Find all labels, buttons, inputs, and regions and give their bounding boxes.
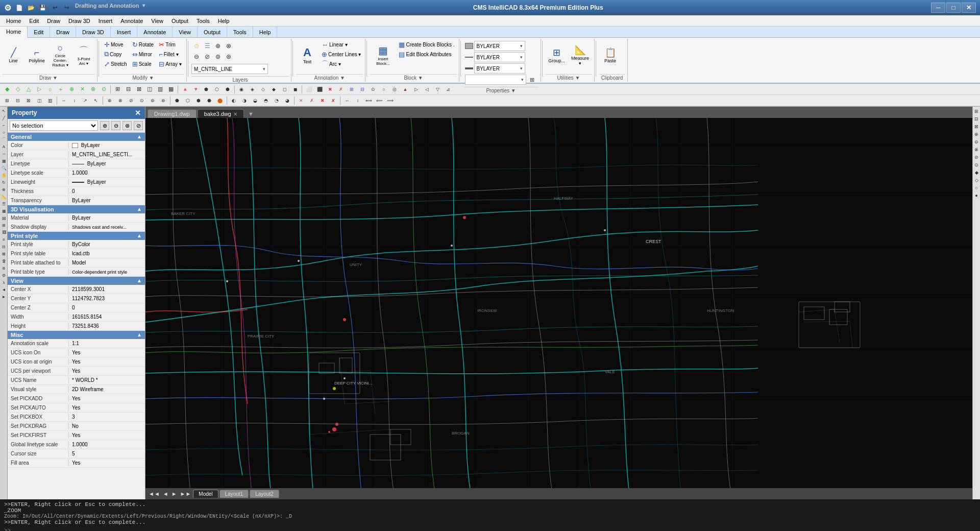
menu-annotate[interactable]: Annotate — [116, 17, 147, 25]
tb2-18[interactable]: ⬢ — [193, 95, 204, 106]
tb2-9[interactable]: ↖ — [91, 95, 101, 106]
group-btn[interactable]: ⊞ Group... — [546, 40, 568, 70]
modify-copy-btn[interactable]: ⧉ Copy — [102, 50, 129, 59]
tb2-15[interactable]: ⊛ — [158, 95, 168, 106]
layer-btn8[interactable]: ⊛ — [224, 52, 234, 62]
layer-btn3[interactable]: ⊕ — [213, 41, 223, 51]
modify-stretch-btn[interactable]: ⤢ Stretch — [102, 59, 129, 68]
selection-dropdown[interactable]: No selection — [10, 120, 98, 131]
drawing-tab-2[interactable]: bake3.dwg ✕ — [198, 109, 244, 118]
tb-obj4[interactable]: ⬡ — [212, 84, 222, 94]
lt-block[interactable]: ▦ — [1, 208, 7, 214]
layer-btn2[interactable]: ☰ — [202, 41, 212, 51]
menu-help[interactable]: Help — [214, 17, 234, 25]
layer-btn6[interactable]: ⊘ — [202, 52, 212, 62]
tb2-21[interactable]: ◐ — [229, 95, 239, 106]
redo-btn[interactable]: ↪ — [61, 3, 71, 13]
print-section-header[interactable]: Print style ▲ — [8, 232, 145, 240]
tb2-28[interactable]: ✗ — [307, 95, 317, 106]
canvas-area[interactable]: CREST DEEP CITY VICINI... — [145, 118, 972, 488]
transparency-dropdown[interactable] — [465, 75, 526, 85]
3dvis-section-header[interactable]: 3D Visualisation ▲ — [8, 205, 145, 213]
ribbon-tab-edit[interactable]: Edit — [28, 27, 50, 37]
drawing-tab-1[interactable]: Drawing1.dwp — [148, 109, 197, 118]
view-section-header[interactable]: View ▲ — [8, 277, 145, 285]
model-tab-model[interactable]: Model — [193, 490, 218, 498]
lt-nav1[interactable]: ◄ — [1, 286, 7, 293]
tb2-3[interactable]: ⊠ — [23, 95, 34, 106]
prop-layer-value[interactable]: M_CNTRL_LINE_SECTI... — [69, 151, 145, 158]
lt-lisp[interactable]: λ — [1, 279, 7, 286]
lt-attrib[interactable]: ▤ — [1, 215, 7, 222]
prop-cz-value[interactable]: 0 — [69, 304, 145, 311]
prop-shadow-value[interactable]: Shadows cast and receiv... — [69, 224, 145, 230]
nav-first-btn[interactable]: ◄◄ — [148, 491, 161, 497]
layer-btn7[interactable]: ⊚ — [213, 52, 223, 62]
tb2-34[interactable]: ⟸ — [374, 95, 384, 106]
lt-purge[interactable]: 🗑 — [1, 258, 7, 264]
anno-text-btn[interactable]: A Text — [296, 40, 318, 70]
tb-misc2[interactable]: ◈ — [247, 84, 257, 94]
lt-arc[interactable]: ⌒ — [1, 136, 7, 143]
ribbon-tab-help[interactable]: Help — [253, 27, 278, 37]
tb2-1[interactable]: ⊞ — [2, 95, 12, 106]
prop-height-value[interactable]: 73251.8436 — [69, 323, 145, 329]
tb2-26[interactable]: ◕ — [282, 95, 292, 106]
ribbon-tab-view[interactable]: View — [173, 27, 198, 37]
tb2-22[interactable]: ◑ — [239, 95, 250, 106]
layer-btn4[interactable]: ⊗ — [224, 41, 234, 51]
nav-last-btn[interactable]: ►► — [179, 491, 192, 497]
rp-btn9[interactable]: ◆ — [973, 169, 980, 176]
rp-btn11[interactable]: ○ — [973, 184, 980, 191]
tb-misc1[interactable]: ◉ — [236, 84, 247, 94]
menu-tools[interactable]: Tools — [192, 17, 214, 25]
rp-btn4[interactable]: ⊕ — [973, 131, 980, 137]
nav-prev-btn[interactable]: ◄ — [162, 491, 169, 497]
anno-linear-btn[interactable]: ↔ Linear ▾ — [320, 40, 363, 49]
model-tab-layout1[interactable]: Layout1 — [219, 490, 249, 498]
prop-vstyle-value[interactable]: 2D Wireframe — [69, 386, 145, 393]
new-drawing-tab[interactable]: ▼ — [245, 110, 257, 118]
new-btn[interactable]: 📄 — [14, 3, 24, 13]
tb-snap9[interactable]: ⊗ — [88, 84, 98, 94]
rp-btn8[interactable]: ⊙ — [973, 161, 980, 168]
lt-field[interactable]: ≡ — [1, 236, 7, 243]
tb2-32[interactable]: ↕ — [353, 95, 363, 106]
tb-extra13[interactable]: ▽ — [432, 84, 443, 94]
lt-hatch[interactable]: ▦ — [1, 158, 7, 164]
tb-view6[interactable]: ▦ — [166, 84, 176, 94]
tb-misc3[interactable]: ◇ — [258, 84, 268, 94]
prop-ucsorigin-value[interactable]: Yes — [69, 358, 145, 365]
draw-polyline-btn[interactable]: ⌐ Polyline — [26, 40, 48, 70]
tb2-11[interactable]: ⊗ — [115, 95, 126, 106]
draw-circle-btn[interactable]: ○ CircleCenter-Radius ▾ — [49, 40, 71, 70]
save-btn[interactable]: 💾 — [38, 3, 48, 13]
lt-measure[interactable]: 📐 — [1, 194, 7, 200]
tb2-24[interactable]: ◓ — [261, 95, 271, 106]
prop-transparency-value[interactable]: ByLayer — [69, 197, 145, 204]
select-btn4[interactable]: ⊘ — [134, 121, 143, 130]
tb2-13[interactable]: ⊙ — [137, 95, 147, 106]
ribbon-tab-draw3d[interactable]: Draw 3D — [76, 27, 111, 37]
tb-snap1[interactable]: ◆ — [2, 84, 12, 94]
lt-nav2[interactable]: ► — [1, 294, 7, 300]
prop-cy-value[interactable]: 1124792.7823 — [69, 295, 145, 302]
tb-extra11[interactable]: ▷ — [411, 84, 421, 94]
prop-color-value[interactable]: ByLayer — [69, 142, 145, 149]
tb2-25[interactable]: ◔ — [272, 95, 282, 106]
paste-btn[interactable]: 📋 Paste — [599, 40, 622, 70]
tb2-10[interactable]: ⊕ — [105, 95, 115, 106]
ribbon-tab-home[interactable]: Home — [0, 27, 28, 38]
open-btn[interactable]: 📂 — [26, 3, 36, 13]
edit-block-attrs-btn[interactable]: ▤ Edit Block Attributes — [397, 50, 456, 59]
prop-pstable-value[interactable]: lcad.ctb — [69, 250, 145, 257]
create-block-btn[interactable]: ▦ Create Block Blocks . — [397, 40, 456, 49]
nav-next-btn[interactable]: ► — [170, 491, 178, 497]
ribbon-tab-insert[interactable]: Insert — [111, 27, 138, 37]
undo-btn[interactable]: ↩ — [50, 3, 60, 13]
prop-cursor-value[interactable]: 5 — [69, 450, 145, 457]
lt-table[interactable]: ⊟ — [1, 244, 7, 250]
color-dropdown[interactable]: BYLAYER — [474, 41, 525, 51]
tb-view2[interactable]: ⊟ — [123, 84, 133, 94]
tb2-35[interactable]: ⟹ — [385, 95, 395, 106]
